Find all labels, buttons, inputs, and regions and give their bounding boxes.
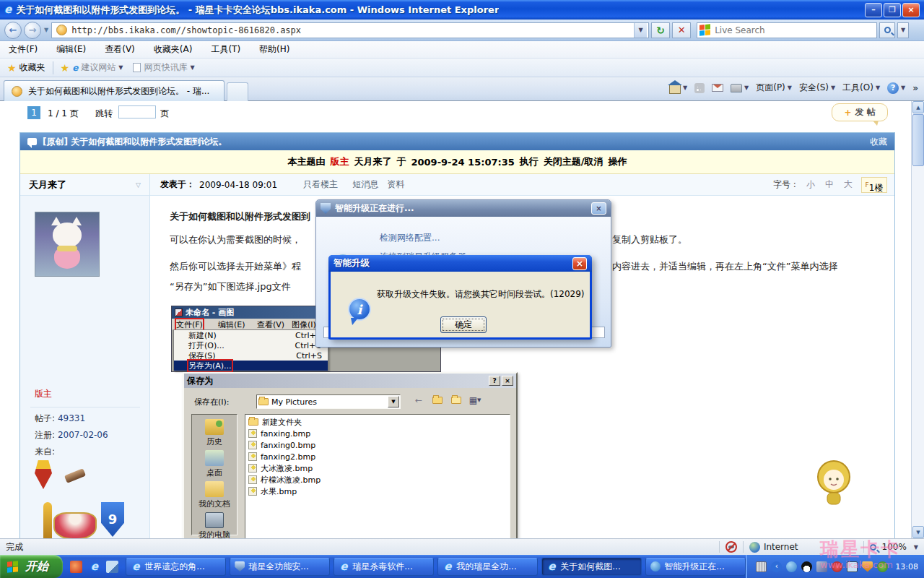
new-folder-icon[interactable] <box>450 394 463 406</box>
address-field[interactable]: ▼ <box>51 22 649 38</box>
refresh-button[interactable]: ↻ <box>651 22 670 38</box>
menu-item-save[interactable]: 保存(S)Ctrl+S <box>174 350 328 361</box>
rising-quicklaunch-icon[interactable] <box>70 561 82 573</box>
zoom-icon[interactable] <box>870 544 876 551</box>
tray-clock[interactable]: 13:08 <box>895 562 918 571</box>
file-row[interactable]: 水果.bmp <box>248 486 507 497</box>
rising-tray-shield-icon[interactable] <box>862 561 873 572</box>
save-in-combo[interactable]: My Pictures ▼ <box>256 394 401 409</box>
zoom-dropdown-icon[interactable]: ▼ <box>914 544 918 551</box>
minimize-button[interactable]: – <box>865 3 882 17</box>
place-computer[interactable]: 我的电脑 <box>199 512 230 538</box>
paint-menu-edit[interactable]: 编辑(E) <box>218 319 245 330</box>
collect-link[interactable]: 收藏 <box>870 136 887 148</box>
paint-menu-file[interactable]: 文件(F) <box>176 319 203 330</box>
page-number-current[interactable]: 1 <box>27 106 40 119</box>
fontsize-medium[interactable]: 中 <box>825 178 834 191</box>
tray-alert-icon[interactable] <box>832 561 842 572</box>
stop-button[interactable]: ✕ <box>672 22 691 38</box>
views-icon[interactable]: ▦▼ <box>468 394 481 406</box>
combo-dropdown-button[interactable]: ▼ <box>388 396 399 407</box>
safety-menu[interactable]: 安全(S)▼ <box>799 82 835 94</box>
menu-item-save-as[interactable]: 另存为(A)... <box>174 361 328 371</box>
mail-icon[interactable] <box>712 84 723 92</box>
place-desktop[interactable]: 桌面 <box>205 450 224 478</box>
menu-item-open[interactable]: 打开(O)...Ctrl+O <box>174 340 328 350</box>
start-button[interactable]: 开始 <box>0 555 63 578</box>
only-author-link[interactable]: 只看楼主 <box>303 178 338 191</box>
up-folder-icon[interactable] <box>431 394 444 406</box>
help-button[interactable]: ?▼ <box>887 82 905 94</box>
taskbar-item-1[interactable]: e世界遗忘的角... <box>126 558 226 576</box>
ie-quicklaunch-icon[interactable]: e <box>91 561 98 572</box>
page-scrollbar[interactable]: ▲ ▼ <box>911 101 924 538</box>
page-menu[interactable]: 页面(P)▼ <box>756 82 792 94</box>
new-tab-button[interactable] <box>227 82 248 101</box>
zoom-level[interactable]: 100% <box>882 542 907 552</box>
tray-green-icon[interactable] <box>877 561 888 572</box>
hide-icons-chevron-icon[interactable]: ‹ <box>771 561 782 572</box>
print-button[interactable]: ▼ <box>731 84 749 92</box>
dialog-close-button[interactable]: × <box>502 376 513 386</box>
fontsize-large[interactable]: 大 <box>844 178 853 191</box>
tab-active[interactable]: 关于如何截图和以附件形式发图到论坛。 - 瑞... <box>4 80 225 101</box>
menu-tools[interactable]: 工具(T) <box>211 43 240 56</box>
paint-menu-view[interactable]: 查看(V) <box>257 319 284 330</box>
taskbar-item-2[interactable]: 瑞星全功能安... <box>230 558 330 576</box>
close-button[interactable]: × <box>902 3 920 17</box>
privacy-eye-icon[interactable] <box>725 541 737 553</box>
place-history[interactable]: 历史 <box>205 419 224 447</box>
profile-link[interactable]: 资料 <box>387 178 404 191</box>
menu-edit[interactable]: 编辑(E) <box>56 43 86 56</box>
menu-help[interactable]: 帮助(H) <box>259 43 289 56</box>
home-button[interactable]: ▼ <box>669 82 687 94</box>
menu-view[interactable]: 查看(V) <box>105 43 135 56</box>
file-row[interactable]: 柠檬冰激凌.bmp <box>248 474 507 486</box>
file-row[interactable]: fanxing0.bmp <box>248 439 507 451</box>
file-row[interactable]: fanxing.bmp <box>248 428 507 439</box>
search-input[interactable] <box>713 25 874 36</box>
back-icon[interactable]: ← <box>412 394 425 406</box>
taskbar-item-6[interactable]: 智能升级正在... <box>645 558 746 576</box>
network-globe-icon[interactable] <box>786 561 797 572</box>
menu-file[interactable]: 文件(F) <box>9 43 38 56</box>
recent-pages-chevron-icon[interactable]: ▼ <box>44 27 48 33</box>
tray-app-icon[interactable] <box>816 561 827 572</box>
jump-page-input[interactable] <box>118 105 156 118</box>
file-row[interactable]: 大冰激凌.bmp <box>248 462 507 474</box>
more-commands-chevron[interactable]: » <box>912 83 918 93</box>
scroll-down-button[interactable]: ▼ <box>912 526 924 538</box>
fontsize-small[interactable]: 小 <box>806 178 815 191</box>
restore-button[interactable]: ❐ <box>884 3 901 17</box>
keyboard-layout-icon[interactable] <box>756 561 767 572</box>
search-button[interactable] <box>879 22 895 38</box>
web-slices-button[interactable]: 网页快讯库 <box>144 61 187 74</box>
scroll-up-button[interactable]: ▲ <box>912 101 924 113</box>
qq-icon[interactable] <box>801 561 812 572</box>
file-row[interactable]: fanxing2.bmp <box>248 451 507 462</box>
menu-favorites[interactable]: 收藏夹(A) <box>154 43 193 56</box>
menu-item-new[interactable]: 新建(N)Ctrl+N <box>174 330 328 340</box>
address-dropdown-button[interactable]: ▼ <box>634 23 647 38</box>
close-icon[interactable]: × <box>572 257 587 270</box>
search-options-button[interactable]: ▼ <box>897 22 909 38</box>
forward-button[interactable]: → <box>24 22 41 39</box>
new-post-button[interactable]: + 发 帖 <box>832 103 888 121</box>
author-dropdown-icon[interactable]: ▽ <box>136 181 141 189</box>
paint-menu-image[interactable]: 图像(I) <box>292 319 316 330</box>
taskbar-item-5-active[interactable]: e关于如何截图... <box>541 558 642 576</box>
feeds-icon[interactable] <box>694 83 705 93</box>
file-row[interactable]: 新建文件夹 <box>248 416 507 428</box>
taskbar-item-3[interactable]: e瑞星杀毒软件... <box>334 558 434 576</box>
taskbar-item-4[interactable]: e我的瑞星全功... <box>437 558 538 576</box>
dialog-help-button[interactable]: ? <box>489 376 500 386</box>
address-input[interactable] <box>70 25 634 36</box>
close-icon[interactable]: × <box>591 202 606 215</box>
show-desktop-icon[interactable] <box>106 561 118 573</box>
monitor-icon[interactable] <box>847 561 858 572</box>
back-button[interactable]: ← <box>4 22 22 39</box>
scroll-thumb[interactable] <box>912 114 924 166</box>
short-message-link[interactable]: 短消息 <box>352 178 378 191</box>
suggested-sites-button[interactable]: 建议网站 <box>81 61 116 74</box>
ok-button[interactable]: 确定 <box>440 316 487 333</box>
